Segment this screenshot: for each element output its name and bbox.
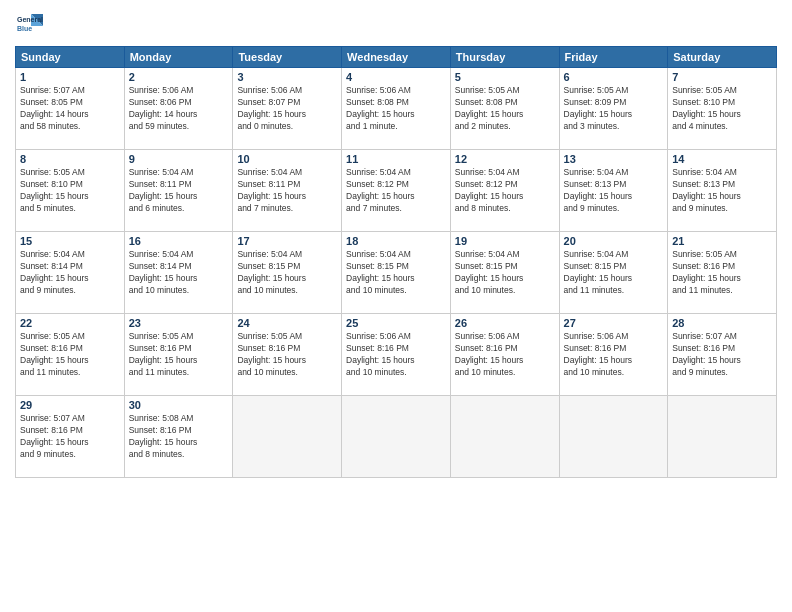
table-row: 9Sunrise: 5:04 AM Sunset: 8:11 PM Daylig… [124,150,233,232]
day-info: Sunrise: 5:07 AM Sunset: 8:05 PM Dayligh… [20,85,120,133]
table-row: 26Sunrise: 5:06 AM Sunset: 8:16 PM Dayli… [450,314,559,396]
day-number: 20 [564,235,664,247]
calendar-row-4: 22Sunrise: 5:05 AM Sunset: 8:16 PM Dayli… [16,314,777,396]
day-number: 4 [346,71,446,83]
day-info: Sunrise: 5:04 AM Sunset: 8:12 PM Dayligh… [455,167,555,215]
day-number: 21 [672,235,772,247]
day-number: 9 [129,153,229,165]
header-thursday: Thursday [450,47,559,68]
table-row [342,396,451,478]
calendar-header: Sunday Monday Tuesday Wednesday Thursday… [16,47,777,68]
weekday-header-row: Sunday Monday Tuesday Wednesday Thursday… [16,47,777,68]
table-row: 13Sunrise: 5:04 AM Sunset: 8:13 PM Dayli… [559,150,668,232]
day-number: 3 [237,71,337,83]
calendar: Sunday Monday Tuesday Wednesday Thursday… [15,46,777,478]
header: General Blue [15,10,777,38]
day-number: 7 [672,71,772,83]
day-number: 14 [672,153,772,165]
table-row: 22Sunrise: 5:05 AM Sunset: 8:16 PM Dayli… [16,314,125,396]
day-info: Sunrise: 5:05 AM Sunset: 8:10 PM Dayligh… [20,167,120,215]
table-row: 29Sunrise: 5:07 AM Sunset: 8:16 PM Dayli… [16,396,125,478]
table-row: 27Sunrise: 5:06 AM Sunset: 8:16 PM Dayli… [559,314,668,396]
day-number: 26 [455,317,555,329]
day-info: Sunrise: 5:06 AM Sunset: 8:08 PM Dayligh… [346,85,446,133]
day-info: Sunrise: 5:05 AM Sunset: 8:16 PM Dayligh… [237,331,337,379]
day-info: Sunrise: 5:08 AM Sunset: 8:16 PM Dayligh… [129,413,229,461]
header-friday: Friday [559,47,668,68]
table-row: 23Sunrise: 5:05 AM Sunset: 8:16 PM Dayli… [124,314,233,396]
table-row: 5Sunrise: 5:05 AM Sunset: 8:08 PM Daylig… [450,68,559,150]
table-row: 12Sunrise: 5:04 AM Sunset: 8:12 PM Dayli… [450,150,559,232]
day-info: Sunrise: 5:04 AM Sunset: 8:11 PM Dayligh… [237,167,337,215]
table-row [450,396,559,478]
day-number: 10 [237,153,337,165]
day-info: Sunrise: 5:06 AM Sunset: 8:06 PM Dayligh… [129,85,229,133]
day-info: Sunrise: 5:06 AM Sunset: 8:16 PM Dayligh… [455,331,555,379]
table-row: 6Sunrise: 5:05 AM Sunset: 8:09 PM Daylig… [559,68,668,150]
table-row [668,396,777,478]
day-info: Sunrise: 5:04 AM Sunset: 8:12 PM Dayligh… [346,167,446,215]
logo: General Blue [15,10,46,38]
day-info: Sunrise: 5:05 AM Sunset: 8:16 PM Dayligh… [672,249,772,297]
day-number: 6 [564,71,664,83]
day-number: 27 [564,317,664,329]
day-number: 30 [129,399,229,411]
table-row: 24Sunrise: 5:05 AM Sunset: 8:16 PM Dayli… [233,314,342,396]
day-number: 29 [20,399,120,411]
day-number: 5 [455,71,555,83]
table-row [233,396,342,478]
day-info: Sunrise: 5:05 AM Sunset: 8:08 PM Dayligh… [455,85,555,133]
header-wednesday: Wednesday [342,47,451,68]
day-info: Sunrise: 5:07 AM Sunset: 8:16 PM Dayligh… [20,413,120,461]
day-number: 2 [129,71,229,83]
header-monday: Monday [124,47,233,68]
day-info: Sunrise: 5:05 AM Sunset: 8:10 PM Dayligh… [672,85,772,133]
day-number: 25 [346,317,446,329]
day-info: Sunrise: 5:04 AM Sunset: 8:13 PM Dayligh… [672,167,772,215]
day-number: 18 [346,235,446,247]
day-info: Sunrise: 5:04 AM Sunset: 8:13 PM Dayligh… [564,167,664,215]
calendar-row-2: 8Sunrise: 5:05 AM Sunset: 8:10 PM Daylig… [16,150,777,232]
day-number: 12 [455,153,555,165]
day-info: Sunrise: 5:06 AM Sunset: 8:07 PM Dayligh… [237,85,337,133]
day-number: 8 [20,153,120,165]
table-row: 1Sunrise: 5:07 AM Sunset: 8:05 PM Daylig… [16,68,125,150]
table-row: 16Sunrise: 5:04 AM Sunset: 8:14 PM Dayli… [124,232,233,314]
calendar-row-1: 1Sunrise: 5:07 AM Sunset: 8:05 PM Daylig… [16,68,777,150]
day-info: Sunrise: 5:05 AM Sunset: 8:16 PM Dayligh… [20,331,120,379]
day-info: Sunrise: 5:05 AM Sunset: 8:09 PM Dayligh… [564,85,664,133]
page: General Blue Sunday Monday Tuesday Wedne… [0,0,792,612]
svg-text:General: General [17,16,43,23]
table-row: 7Sunrise: 5:05 AM Sunset: 8:10 PM Daylig… [668,68,777,150]
day-number: 23 [129,317,229,329]
day-number: 1 [20,71,120,83]
day-info: Sunrise: 5:06 AM Sunset: 8:16 PM Dayligh… [564,331,664,379]
day-number: 17 [237,235,337,247]
day-number: 28 [672,317,772,329]
table-row: 17Sunrise: 5:04 AM Sunset: 8:15 PM Dayli… [233,232,342,314]
table-row: 3Sunrise: 5:06 AM Sunset: 8:07 PM Daylig… [233,68,342,150]
day-number: 15 [20,235,120,247]
day-info: Sunrise: 5:04 AM Sunset: 8:11 PM Dayligh… [129,167,229,215]
calendar-row-3: 15Sunrise: 5:04 AM Sunset: 8:14 PM Dayli… [16,232,777,314]
day-info: Sunrise: 5:04 AM Sunset: 8:15 PM Dayligh… [237,249,337,297]
calendar-row-5: 29Sunrise: 5:07 AM Sunset: 8:16 PM Dayli… [16,396,777,478]
day-number: 11 [346,153,446,165]
day-number: 19 [455,235,555,247]
day-number: 13 [564,153,664,165]
table-row: 21Sunrise: 5:05 AM Sunset: 8:16 PM Dayli… [668,232,777,314]
day-info: Sunrise: 5:04 AM Sunset: 8:14 PM Dayligh… [129,249,229,297]
day-info: Sunrise: 5:05 AM Sunset: 8:16 PM Dayligh… [129,331,229,379]
header-saturday: Saturday [668,47,777,68]
day-info: Sunrise: 5:06 AM Sunset: 8:16 PM Dayligh… [346,331,446,379]
table-row: 11Sunrise: 5:04 AM Sunset: 8:12 PM Dayli… [342,150,451,232]
day-number: 16 [129,235,229,247]
table-row: 14Sunrise: 5:04 AM Sunset: 8:13 PM Dayli… [668,150,777,232]
table-row: 28Sunrise: 5:07 AM Sunset: 8:16 PM Dayli… [668,314,777,396]
table-row: 18Sunrise: 5:04 AM Sunset: 8:15 PM Dayli… [342,232,451,314]
table-row: 8Sunrise: 5:05 AM Sunset: 8:10 PM Daylig… [16,150,125,232]
header-sunday: Sunday [16,47,125,68]
svg-text:Blue: Blue [17,25,32,32]
header-tuesday: Tuesday [233,47,342,68]
logo-icon: General Blue [15,10,43,38]
